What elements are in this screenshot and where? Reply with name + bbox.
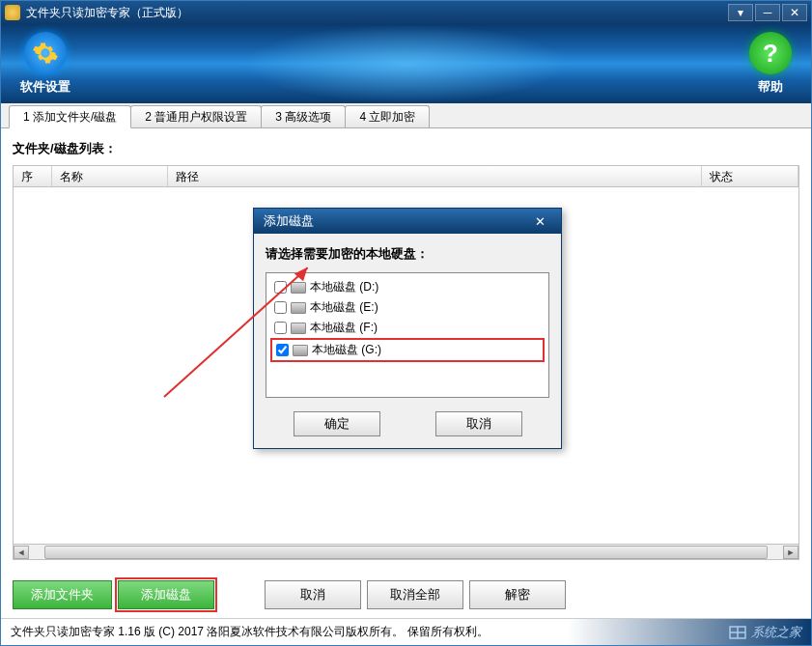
disk-label: 本地磁盘 (F:)	[310, 320, 378, 336]
minimize-button[interactable]: ─	[755, 4, 780, 21]
disk-checkbox-f[interactable]	[274, 322, 287, 334]
gear-icon	[24, 32, 67, 74]
add-folder-button[interactable]: 添加文件夹	[13, 580, 112, 609]
disk-checkbox-d[interactable]	[274, 281, 287, 294]
disk-icon	[291, 302, 306, 314]
disk-label: 本地磁盘 (D:)	[310, 279, 378, 295]
add-disk-dialog: 添加磁盘 ✕ 请选择需要加密的本地硬盘： 本地磁盘 (D:) 本地磁盘 (E:)…	[253, 208, 562, 449]
disk-icon	[291, 282, 306, 294]
disk-list[interactable]: 本地磁盘 (D:) 本地磁盘 (E:) 本地磁盘 (F:) 本地磁盘 (G:)	[266, 272, 549, 398]
disk-label: 本地磁盘 (E:)	[310, 299, 378, 316]
cancel-all-button[interactable]: 取消全部	[367, 580, 463, 609]
disk-label: 本地磁盘 (G:)	[312, 342, 381, 358]
dropdown-button[interactable]: ▾	[728, 4, 753, 21]
col-index[interactable]: 序号	[14, 166, 52, 186]
help-label: 帮助	[758, 78, 783, 96]
dialog-ok-button[interactable]: 确定	[294, 411, 380, 436]
tab-bar: 1 添加文件夹/磁盘 2 普通用户权限设置 3 高级选项 4 立即加密	[1, 103, 811, 128]
close-button[interactable]: ✕	[782, 4, 807, 21]
disk-item-e[interactable]: 本地磁盘 (E:)	[270, 297, 545, 318]
scroll-left-icon[interactable]: ◄	[14, 546, 29, 559]
dialog-titlebar: 添加磁盘 ✕	[254, 209, 561, 234]
watermark: 系统之家	[728, 624, 801, 641]
add-disk-button[interactable]: 添加磁盘	[118, 580, 214, 609]
scroll-right-icon[interactable]: ►	[783, 546, 798, 559]
horizontal-scrollbar[interactable]: ◄ ►	[14, 544, 798, 559]
window-title: 文件夹只读加密专家（正式版）	[26, 5, 728, 21]
settings-label: 软件设置	[20, 78, 70, 96]
help-icon: ?	[749, 32, 792, 74]
status-text: 文件夹只读加密专家 1.16 版 (C) 2017 洛阳夏冰软件技术有限公司版权…	[11, 624, 489, 640]
col-name[interactable]: 名称	[52, 166, 168, 186]
dialog-close-button[interactable]: ✕	[528, 212, 551, 230]
titlebar: 文件夹只读加密专家（正式版） ▾ ─ ✕	[1, 1, 811, 24]
button-bar: 添加文件夹 添加磁盘 取消 取消全部 解密	[1, 572, 811, 618]
tab-advanced[interactable]: 3 高级选项	[261, 105, 346, 127]
cancel-button[interactable]: 取消	[265, 580, 361, 609]
table-header: 序号 名称 路径 状态	[14, 166, 798, 187]
disk-item-g[interactable]: 本地磁盘 (G:)	[270, 338, 545, 362]
tab-encrypt-now[interactable]: 4 立即加密	[345, 105, 430, 127]
decrypt-button[interactable]: 解密	[469, 580, 566, 609]
dialog-cancel-button[interactable]: 取消	[435, 411, 522, 436]
list-label: 文件夹/磁盘列表：	[13, 140, 799, 157]
tab-user-permissions[interactable]: 2 普通用户权限设置	[130, 105, 262, 127]
tab-add-folder-disk[interactable]: 1 添加文件夹/磁盘	[9, 105, 131, 128]
col-status[interactable]: 状态	[702, 166, 798, 186]
help-button[interactable]: ? 帮助	[749, 32, 792, 96]
app-icon	[5, 5, 20, 20]
scroll-thumb[interactable]	[44, 546, 768, 559]
dialog-prompt: 请选择需要加密的本地硬盘：	[266, 245, 549, 263]
statusbar: 文件夹只读加密专家 1.16 版 (C) 2017 洛阳夏冰软件技术有限公司版权…	[1, 618, 811, 645]
col-path[interactable]: 路径	[168, 166, 702, 186]
disk-icon	[293, 345, 308, 356]
disk-item-d[interactable]: 本地磁盘 (D:)	[270, 277, 545, 297]
disk-checkbox-g[interactable]	[276, 344, 289, 356]
disk-item-f[interactable]: 本地磁盘 (F:)	[270, 318, 545, 338]
disk-icon	[291, 323, 306, 334]
settings-button[interactable]: 软件设置	[20, 32, 70, 96]
toolbar: 软件设置 ? 帮助	[1, 24, 811, 103]
dialog-title: 添加磁盘	[264, 212, 314, 230]
disk-checkbox-e[interactable]	[274, 301, 287, 314]
watermark-icon	[728, 625, 747, 640]
